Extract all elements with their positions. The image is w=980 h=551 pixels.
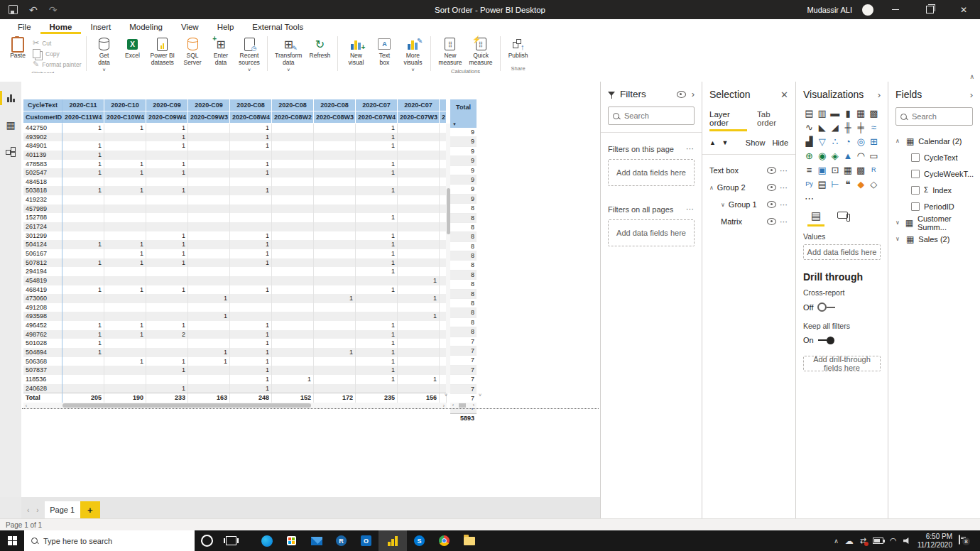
tab-help[interactable]: Help: [208, 21, 244, 34]
more-options-icon[interactable]: ⋯: [780, 166, 788, 175]
map-icon[interactable]: ⊕: [803, 150, 815, 161]
model-view-button[interactable]: [0, 141, 21, 163]
chevron-down-icon[interactable]: ∨: [895, 236, 902, 242]
chrome-taskbar-button[interactable]: [432, 530, 457, 551]
power-bi-taskbar-button[interactable]: [379, 530, 407, 551]
matrix-week-header[interactable]: 2020-C08W3: [314, 111, 356, 124]
selection-item[interactable]: Matrix⋯: [709, 213, 788, 230]
funnel-chart-icon[interactable]: ▽: [816, 136, 828, 147]
start-button[interactable]: [0, 530, 24, 551]
selection-item[interactable]: Text box⋯: [709, 162, 788, 179]
matrix-row[interactable]: 1185361111: [23, 375, 447, 384]
tab-format[interactable]: [837, 209, 848, 227]
tab-fields[interactable]: ▤: [807, 209, 824, 227]
chevron-up-icon[interactable]: ∧: [895, 138, 902, 144]
matrix-row[interactable]: 501028111: [23, 339, 447, 348]
close-pane-icon[interactable]: ✕: [780, 89, 788, 100]
selection-item[interactable]: ∨Group 1⋯: [709, 196, 788, 213]
clustered-bar-chart-icon[interactable]: ▬: [829, 107, 841, 119]
line-and-clustered-column-chart-icon[interactable]: ╪: [855, 121, 867, 133]
slicer-icon[interactable]: ⊡: [829, 164, 841, 175]
treemap-icon[interactable]: ⊞: [868, 136, 880, 147]
tab-file[interactable]: File: [9, 21, 40, 34]
scroll-left-icon[interactable]: ‹: [23, 403, 29, 408]
arcgis-map-icon[interactable]: ◆: [855, 178, 867, 190]
matrix-row[interactable]: 49359811: [23, 312, 447, 321]
matrix-cycle-header[interactable]: 2020-C09: [146, 99, 188, 111]
new-measure-button[interactable]: ⣿ New measure: [435, 36, 464, 67]
table-icon[interactable]: ▦: [842, 164, 854, 175]
power-bi-datasets-button[interactable]: Power BI datasets: [148, 36, 178, 67]
line-and-stacked-column-chart-icon[interactable]: ╫: [842, 121, 854, 133]
matrix-cycle-header[interactable]: 2020-C08: [314, 99, 356, 111]
more-options-icon[interactable]: ⋯: [686, 144, 695, 153]
edge-taskbar-button[interactable]: [254, 530, 279, 551]
matrix-week-header[interactable]: 2020-C07W3: [398, 111, 440, 124]
tab-view[interactable]: View: [172, 21, 208, 34]
action-center-button[interactable]: 8: [959, 535, 973, 547]
filters-search[interactable]: [608, 107, 695, 125]
matrix-cycle-header[interactable]: 2020-C08: [230, 99, 272, 111]
stacked-bar-chart-icon[interactable]: ▤: [803, 107, 815, 119]
more-options-icon[interactable]: ⋯: [780, 217, 788, 227]
clock[interactable]: 6:50 PM 11/12/2020: [918, 533, 952, 550]
field-checkbox[interactable]: [911, 186, 920, 195]
prev-page-icon[interactable]: ‹: [27, 506, 29, 514]
matrix-total-column[interactable]: Total ▼ 999999998888888888888877777777 5…: [450, 99, 477, 423]
scroll-right-icon[interactable]: ›: [471, 403, 477, 408]
filters-all-dropzone[interactable]: Add data fields here: [608, 219, 695, 246]
matrix-week-header[interactable]: 2020-C10W4: [104, 111, 146, 124]
battery-icon[interactable]: [873, 538, 883, 544]
matrix-week-header[interactable]: 2020-C08W2: [272, 111, 314, 124]
selection-item[interactable]: ∧Group 2⋯: [709, 179, 788, 196]
move-down-icon[interactable]: ▼: [722, 139, 730, 146]
shape-map-icon[interactable]: ◈: [829, 150, 841, 161]
matrix-row[interactable]: 261724: [23, 222, 447, 231]
clustered-column-chart-icon[interactable]: ▮: [842, 107, 854, 119]
matrix-row[interactable]: 5061671111: [23, 249, 447, 258]
tab-insert[interactable]: Insert: [81, 21, 120, 34]
matrix-row[interactable]: 419232: [23, 195, 447, 204]
mail-taskbar-button[interactable]: [304, 530, 329, 551]
matrix-cycle-header[interactable]: 2020-C09: [188, 99, 230, 111]
r-script-visual-icon[interactable]: R: [868, 164, 880, 175]
matrix-week-header[interactable]: 2020-C09W3: [188, 111, 230, 124]
collapse-ribbon-icon[interactable]: ∧: [969, 73, 974, 80]
filters-page-dropzone[interactable]: Add data fields here: [608, 159, 695, 186]
paste-button[interactable]: Paste: [4, 36, 31, 60]
field-row[interactable]: CycleText: [895, 149, 973, 165]
eye-icon[interactable]: [767, 218, 776, 225]
values-dropzone[interactable]: Add data fields here: [803, 244, 881, 260]
skype-taskbar-button[interactable]: S: [407, 530, 432, 551]
more-options-icon[interactable]: ⋯: [686, 204, 695, 214]
matrix-row[interactable]: 473060111: [23, 294, 447, 303]
matrix-visual[interactable]: CycleText2020-C112020-C102020-C092020-C0…: [23, 99, 447, 403]
matrix-row[interactable]: 4849011111: [23, 141, 447, 151]
page-tab[interactable]: Page 1: [45, 501, 80, 518]
eye-icon[interactable]: [677, 91, 686, 98]
matrix-row[interactable]: 1527881: [23, 213, 447, 222]
collapse-pane-icon[interactable]: ›: [878, 89, 881, 100]
fields-search-input[interactable]: [910, 111, 968, 121]
onedrive-icon[interactable]: ☁: [845, 536, 854, 546]
matrix-week-header[interactable]: 2020-C07W4: [356, 111, 398, 124]
close-button[interactable]: ✕: [952, 0, 976, 19]
matrix-row[interactable]: 50381811111: [23, 186, 447, 195]
matrix-row[interactable]: 50489411111: [23, 348, 447, 357]
matrix-row[interactable]: 47858311111: [23, 160, 447, 169]
matrix-cycle-header[interactable]: 2020-C11: [62, 99, 104, 111]
pie-chart-icon[interactable]: ◔: [842, 136, 854, 147]
sql-server-button[interactable]: SQL Server: [179, 36, 206, 67]
decomposition-tree-icon[interactable]: ⊢: [829, 178, 841, 190]
matrix-row[interactable]: 491208: [23, 303, 447, 312]
matrix-row[interactable]: 301299111: [23, 231, 447, 241]
report-canvas[interactable]: CycleText2020-C112020-C102020-C092020-C0…: [21, 82, 600, 497]
paginated-report-icon[interactable]: ▤: [816, 178, 828, 190]
scrollbar-thumb[interactable]: [459, 403, 466, 408]
matrix-week-header[interactable]: 2020-C08W4: [230, 111, 272, 124]
keep-all-filters-toggle[interactable]: [818, 337, 834, 344]
more-options-icon[interactable]: ⋯: [780, 200, 788, 209]
scroll-left-icon[interactable]: ‹: [450, 403, 456, 408]
scroll-right-icon[interactable]: ›: [441, 403, 447, 408]
move-up-icon[interactable]: ▲: [709, 139, 718, 146]
